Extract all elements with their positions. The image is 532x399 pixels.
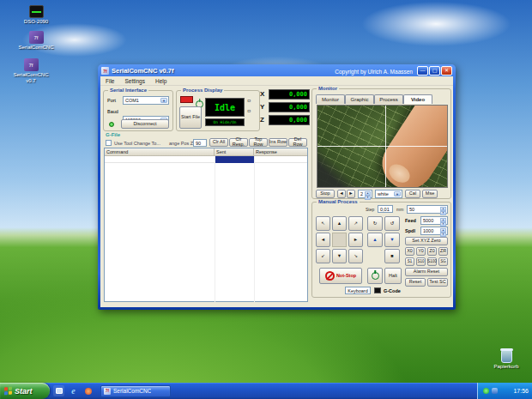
serial-interface-group: Serial Interface Port COM1▼ Baud 115200▼… bbox=[103, 90, 173, 131]
arrow-up-right-icon: ↗ bbox=[354, 221, 358, 227]
monitor-group: Monitor Monitor Graphic Process Video St… bbox=[311, 88, 451, 199]
spindle-cw-button[interactable]: ↻ bbox=[367, 216, 383, 231]
zr-button[interactable]: ZR bbox=[438, 247, 448, 256]
top-row-button[interactable]: Top Row bbox=[249, 138, 268, 147]
tab-process[interactable]: Process bbox=[374, 94, 403, 104]
menu-file[interactable]: File bbox=[100, 78, 119, 84]
tool-change-checkbox[interactable] bbox=[106, 140, 112, 146]
tab-monitor[interactable]: Monitor bbox=[316, 94, 345, 104]
change-pos-input[interactable]: 90 bbox=[193, 139, 207, 147]
x-zero-button[interactable]: X0 bbox=[405, 247, 414, 256]
close-button[interactable]: ✕ bbox=[441, 66, 452, 76]
minimize-button[interactable]: — bbox=[417, 66, 428, 76]
axis-x-label: X bbox=[260, 91, 264, 98]
menu-settings[interactable]: Settings bbox=[119, 78, 150, 84]
serialcomcnc-icon: 7f bbox=[29, 31, 44, 44]
spinner-arrows-icon[interactable]: ▲▼ bbox=[440, 218, 446, 223]
feed-input[interactable]: 5000 ▲▼ bbox=[420, 216, 448, 225]
crosshair-color-select[interactable]: white▼ bbox=[375, 190, 402, 198]
desktop-icon-serialcomcnc-v07[interactable]: 7f SerialComCNC v0.7 bbox=[10, 58, 51, 84]
insert-row-button[interactable]: Ins Row bbox=[269, 138, 287, 147]
quicklaunch-media-icon[interactable] bbox=[82, 385, 94, 396]
feed-label: Feed bbox=[405, 218, 416, 223]
desktop-icon-label: SerialComCNC v0.7 bbox=[10, 72, 51, 84]
alarm-reset-button[interactable]: Alarm Reset bbox=[405, 268, 448, 276]
maximize-button[interactable]: ▢ bbox=[429, 66, 440, 76]
column-header-command[interactable]: Command bbox=[105, 148, 215, 156]
calibrate-button[interactable]: Cal bbox=[405, 190, 420, 198]
z-down-button[interactable]: ▼ bbox=[384, 233, 400, 247]
jog-up-button[interactable]: ▲ bbox=[332, 216, 347, 231]
z-zero-button[interactable]: Z0 bbox=[427, 247, 437, 256]
halt-button[interactable]: Halt bbox=[384, 268, 402, 284]
quicklaunch-show-desktop-icon[interactable] bbox=[53, 385, 64, 396]
step-value-field[interactable]: 0,01 bbox=[378, 205, 393, 213]
spinner-arrows-icon[interactable]: ▲▼ bbox=[440, 207, 446, 212]
frame-spinner[interactable]: 2 ▲▼ bbox=[358, 190, 372, 198]
tray-network-icon[interactable] bbox=[483, 388, 489, 394]
axis-x-value: 0,000 bbox=[269, 89, 310, 100]
clear-response-button[interactable]: Clr Resp. bbox=[229, 138, 248, 147]
spinner-arrows-icon[interactable]: ▲▼ bbox=[365, 191, 371, 196]
spindle-stop-button[interactable]: ■ bbox=[384, 249, 400, 263]
jog-up-right-button[interactable]: ↗ bbox=[348, 216, 363, 231]
step-100-button[interactable]: S100 bbox=[427, 257, 437, 266]
spinner-arrows-icon[interactable]: ▲▼ bbox=[440, 228, 446, 233]
jog-down-left-button[interactable]: ↙ bbox=[316, 249, 330, 263]
desktop-icon-serialcomcnc[interactable]: 7f SerialComCNC bbox=[15, 31, 57, 51]
tray-volume-icon[interactable] bbox=[492, 388, 498, 394]
step-1-button[interactable]: S1 bbox=[405, 257, 414, 266]
axis-y-label: Y bbox=[260, 104, 264, 111]
change-pos-label: ange Pos Z bbox=[169, 141, 193, 146]
port-label: Port bbox=[107, 98, 116, 103]
set-xyz-zero-button[interactable]: Set XYZ Zero bbox=[405, 237, 448, 245]
y-zero-button[interactable]: Y0 bbox=[416, 247, 426, 256]
column-header-response[interactable]: Response bbox=[254, 148, 307, 156]
video-next-button[interactable]: ► bbox=[347, 190, 355, 198]
start-file-button[interactable]: Start File bbox=[179, 106, 202, 129]
column-header-sent[interactable]: Sent bbox=[215, 148, 254, 156]
not-stop-button[interactable]: Not-Stop bbox=[319, 268, 362, 284]
selected-cell[interactable] bbox=[215, 156, 254, 163]
port-select[interactable]: COM1▼ bbox=[123, 96, 169, 105]
z-up-button[interactable]: ▲ bbox=[367, 233, 383, 247]
recycle-bin-icon bbox=[501, 350, 512, 363]
spindle-ccw-button[interactable]: ↺ bbox=[384, 216, 400, 231]
tab-video[interactable]: Video bbox=[403, 94, 432, 104]
jog-right-button[interactable]: ► bbox=[348, 233, 363, 247]
start-button[interactable]: Start bbox=[0, 383, 50, 399]
mouse-button[interactable]: Mse bbox=[422, 190, 438, 198]
clear-all-button[interactable]: Clr All bbox=[209, 138, 228, 147]
command-table[interactable]: Command Sent Response bbox=[104, 148, 308, 302]
spindle-input[interactable]: 1000 ▲▼ bbox=[420, 227, 448, 235]
video-prev-button[interactable]: ◄ bbox=[337, 190, 346, 198]
tab-graphic[interactable]: Graphic bbox=[345, 94, 374, 104]
menu-help[interactable]: Help bbox=[150, 78, 172, 84]
step-10-button[interactable]: S10 bbox=[416, 257, 426, 266]
recycle-bin[interactable]: Papierkorb bbox=[486, 350, 527, 370]
disconnect-button[interactable]: Disconnect bbox=[121, 119, 169, 129]
axis-z-label: Z bbox=[260, 117, 264, 124]
spindle-on-off-button[interactable] bbox=[367, 268, 383, 284]
test-sc-button[interactable]: Test SC bbox=[427, 278, 448, 287]
quicklaunch-ie-icon[interactable]: e bbox=[68, 385, 79, 396]
reset-button[interactable]: Reset bbox=[405, 278, 426, 287]
taskbar-item-serialcomcnc[interactable]: 7f SerialComCNC bbox=[100, 385, 171, 397]
table-row[interactable] bbox=[105, 156, 307, 163]
jog-up-left-button[interactable]: ↖ bbox=[316, 216, 330, 231]
window-titlebar[interactable]: 7f SerialComCNC v0.7f Copyright by Ulric… bbox=[100, 65, 454, 76]
jog-left-button[interactable]: ◄ bbox=[316, 233, 330, 247]
step-g-button[interactable]: SG bbox=[438, 257, 448, 266]
window-app-icon: 7f bbox=[101, 67, 109, 75]
grid-line bbox=[215, 156, 215, 302]
desktop-icon-label: SerialComCNC bbox=[15, 45, 57, 51]
keyboard-toggle[interactable]: Keyboard bbox=[345, 287, 371, 294]
video-stop-button[interactable]: Stop bbox=[316, 190, 335, 198]
jog-down-right-button[interactable]: ↘ bbox=[348, 249, 363, 263]
desktop-icon-dso[interactable]: DSO-2090 bbox=[15, 5, 57, 25]
chevron-down-icon: ▼ bbox=[394, 191, 401, 196]
delete-row-button[interactable]: Del Row bbox=[288, 138, 307, 147]
jog-down-button[interactable]: ▼ bbox=[332, 249, 347, 263]
arrow-left-icon: ◄ bbox=[321, 238, 325, 243]
range-spinner[interactable]: 50 ▲▼ bbox=[407, 205, 448, 214]
